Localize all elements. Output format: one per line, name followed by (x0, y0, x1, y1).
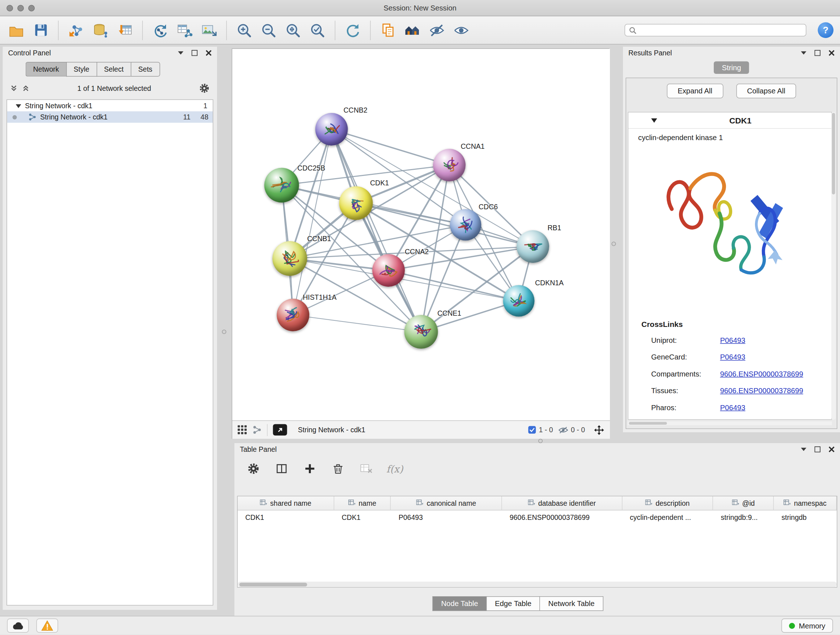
zoom-in-button[interactable] (234, 20, 254, 41)
network-node-ccne1[interactable] (404, 315, 438, 348)
export-image-button[interactable] (199, 20, 219, 41)
panel-close-icon[interactable] (829, 446, 835, 452)
grid-view-icon[interactable] (238, 425, 247, 435)
network-edge[interactable] (332, 129, 450, 165)
splitter-handle[interactable] (612, 242, 616, 246)
network-node-cdkn1a[interactable] (503, 285, 535, 317)
crosslink-uniprot-link[interactable]: P06493 (720, 336, 745, 345)
splitter-handle[interactable] (538, 439, 543, 443)
tab-string[interactable]: String (714, 62, 749, 74)
node-table[interactable]: shared namenamecanonical namedatabase id… (237, 496, 837, 588)
cloud-status-button[interactable] (7, 619, 29, 633)
panel-menu-icon[interactable] (801, 447, 806, 451)
zoom-fit-button[interactable] (283, 20, 303, 41)
network-node-cdc6[interactable] (450, 209, 482, 241)
column-header-name[interactable]: name (334, 496, 391, 510)
network-node-ccna1[interactable] (433, 149, 466, 181)
network-node-ccnb1[interactable] (272, 241, 307, 276)
table-cell[interactable]: 9606.ENSP00000378699 (502, 513, 622, 521)
panel-menu-icon[interactable] (178, 51, 183, 55)
column-header-namespac[interactable]: namespac (774, 496, 837, 510)
table-cell[interactable]: stringdb:9... (714, 513, 774, 521)
network-view-type-icon[interactable] (253, 425, 262, 435)
network-edge[interactable] (388, 271, 519, 301)
copy-document-button[interactable] (378, 20, 398, 41)
hide-selection-button[interactable] (427, 20, 447, 41)
refresh-view-button[interactable] (343, 20, 363, 41)
table-cell[interactable]: CDK1 (334, 513, 391, 521)
save-session-button[interactable] (31, 20, 51, 41)
import-table-button[interactable] (115, 20, 134, 41)
network-collection-row[interactable]: String Network - cdk1 1 (7, 100, 213, 111)
crosslink-pharos-link[interactable]: P06493 (720, 404, 745, 412)
results-vertical-scrollbar[interactable] (831, 112, 836, 420)
expand-all-icon[interactable] (22, 84, 30, 92)
network-row[interactable]: String Network - cdk1 11 48 (7, 111, 213, 123)
network-from-table-button[interactable] (175, 20, 194, 41)
tree-expand-icon[interactable] (16, 103, 21, 108)
table-cell[interactable]: P06493 (391, 513, 502, 521)
browser-home-button[interactable] (403, 20, 422, 41)
results-horizontal-scrollbar[interactable] (628, 421, 832, 425)
collapse-all-icon[interactable] (11, 84, 18, 92)
maximize-window-button[interactable] (28, 5, 35, 11)
pan-mode-icon[interactable] (594, 424, 605, 435)
show-columns-icon[interactable] (273, 461, 290, 477)
table-horizontal-scrollbar[interactable] (238, 582, 837, 587)
tab-network[interactable]: Network (26, 62, 66, 77)
crosslink-tissues-link[interactable]: 9606.ENSP00000378699 (720, 386, 804, 395)
network-edge[interactable] (293, 315, 421, 332)
tab-node-table[interactable]: Node Table (433, 596, 486, 611)
gear-icon[interactable] (199, 83, 210, 93)
network-node-rb1[interactable] (516, 230, 549, 263)
panel-close-icon[interactable] (206, 50, 212, 56)
column-header-canonical-name[interactable]: canonical name (391, 496, 502, 510)
collapse-section-icon[interactable] (651, 118, 657, 123)
memory-button[interactable]: Memory (782, 619, 833, 633)
network-canvas[interactable]: CCNB2CCNA1CDC25BCDK1CDC6RB1CCNB1CCNA2CDK… (232, 49, 610, 420)
tab-edge-table[interactable]: Edge Table (486, 596, 539, 611)
clone-network-button[interactable] (150, 20, 170, 41)
splitter-handle[interactable] (222, 330, 226, 334)
column-header--id[interactable]: @id (714, 496, 774, 510)
checkbox-icon[interactable] (528, 426, 536, 434)
add-column-icon[interactable] (302, 461, 318, 477)
close-window-button[interactable] (6, 5, 13, 11)
network-node-ccnb2[interactable] (316, 113, 348, 146)
table-cell[interactable]: stringdb (774, 513, 837, 521)
show-all-button[interactable] (452, 20, 471, 41)
network-edge[interactable] (332, 129, 422, 332)
birdseye-view-button[interactable] (273, 424, 287, 436)
import-network-database-button[interactable] (91, 20, 111, 41)
column-header-database-identifier[interactable]: database identifier (502, 496, 622, 510)
network-node-cdk1[interactable] (339, 187, 373, 220)
panel-float-icon[interactable] (815, 50, 821, 56)
search-box[interactable] (625, 24, 807, 36)
hidden-eye-icon[interactable] (558, 426, 568, 434)
delete-column-icon[interactable] (330, 461, 346, 477)
import-network-file-button[interactable] (66, 20, 86, 41)
help-button[interactable]: ? (818, 22, 834, 38)
expand-all-button[interactable]: Expand All (667, 84, 723, 98)
panel-close-icon[interactable] (829, 50, 835, 56)
search-input[interactable] (640, 26, 802, 35)
network-node-hist1h1a[interactable] (277, 299, 309, 331)
tab-network-table[interactable]: Network Table (540, 596, 603, 611)
network-node-cdc25b[interactable] (264, 168, 299, 203)
table-settings-gear-icon[interactable] (245, 461, 262, 477)
minimize-window-button[interactable] (17, 5, 24, 11)
table-cell[interactable]: cyclin-dependent ... (622, 513, 714, 521)
crosslink-compartments-link[interactable]: 9606.ENSP00000378699 (720, 370, 804, 378)
zoom-out-button[interactable] (259, 20, 279, 41)
table-row[interactable]: CDK1CDK1P064939606.ENSP00000378699cyclin… (238, 510, 837, 524)
zoom-selected-button[interactable] (308, 20, 327, 41)
network-node-ccna2[interactable] (372, 254, 405, 287)
panel-float-icon[interactable] (815, 446, 821, 452)
crosslink-genecard-link[interactable]: P06493 (720, 353, 745, 361)
open-session-button[interactable] (6, 20, 26, 41)
panel-menu-icon[interactable] (801, 51, 806, 55)
warnings-button[interactable] (36, 619, 58, 633)
tab-style[interactable]: Style (66, 62, 96, 77)
collapse-all-button[interactable]: Collapse All (736, 84, 796, 98)
table-cell[interactable]: CDK1 (238, 513, 334, 521)
